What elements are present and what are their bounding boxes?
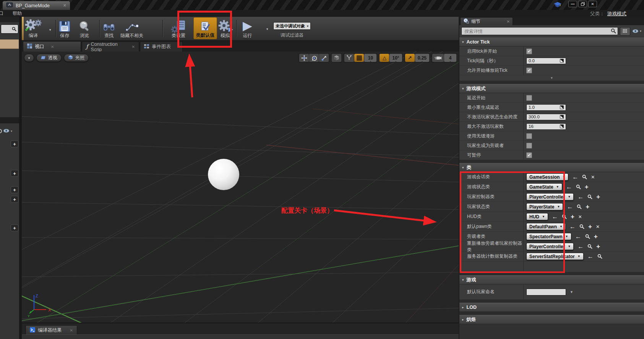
play-button[interactable]: ▶ 运行 — [243, 19, 252, 39]
tab-close-icon[interactable]: ✕ — [132, 45, 135, 49]
rotation-snap-value[interactable]: 10°▾ — [389, 54, 402, 62]
tab-construction-script[interactable]: ƒ Construction Scrip ✕ — [82, 42, 139, 52]
camera-speed-value[interactable]: 4▾ — [444, 54, 456, 62]
tab-close-icon[interactable]: ✕ — [507, 19, 510, 24]
eye-filter-icon[interactable] — [3, 128, 10, 134]
clear-icon[interactable]: ✕ — [591, 175, 595, 179]
parent-class-link[interactable]: 游戏模式 — [607, 11, 626, 16]
advanced-expander[interactable]: ▼ — [459, 75, 644, 81]
clear-icon[interactable]: ✕ — [596, 224, 600, 229]
tutorial-cap-icon[interactable] — [554, 2, 561, 9]
clear-icon[interactable]: ✕ — [578, 215, 582, 219]
selected-list-item[interactable] — [0, 39, 19, 49]
class-settings-button[interactable]: 类设置 — [172, 19, 185, 39]
number-field[interactable]: 1.0 — [526, 104, 566, 111]
number-field[interactable]: 0.0 — [526, 58, 566, 64]
magnifier-icon[interactable] — [587, 244, 592, 249]
tab-viewport[interactable]: 视口 ✕ — [23, 41, 81, 52]
left-panel-search-input[interactable] — [1, 24, 18, 34]
arrow-left-icon[interactable]: ← — [577, 244, 584, 250]
class-dropdown[interactable]: HUD▼ — [526, 213, 548, 220]
rotation-snap-toggle-icon[interactable]: △ — [380, 54, 389, 62]
magnifier-icon[interactable] — [582, 174, 587, 179]
class-dropdown[interactable]: PlayerController▼ — [526, 243, 574, 250]
caret-down-icon[interactable]: ▾ — [11, 129, 12, 133]
browse-button[interactable]: 浏览 — [79, 19, 90, 39]
details-section-header-1[interactable]: ▾游戏模式 — [459, 84, 644, 93]
class-dropdown[interactable]: PlayerController▼ — [526, 193, 574, 200]
perspective-button[interactable]: 透视 — [36, 54, 62, 62]
compile-button[interactable]: ✔ 编译 — [25, 19, 42, 39]
tab-close-icon[interactable]: ✕ — [70, 328, 73, 333]
reset-to-default-icon[interactable] — [560, 105, 564, 109]
add-item-button[interactable]: + — [11, 224, 18, 231]
save-button[interactable]: 保存 — [59, 19, 70, 39]
grid-snap-value[interactable]: 10▾ — [364, 54, 376, 62]
left-panel-splitter[interactable] — [0, 117, 19, 123]
maximize-button[interactable] — [578, 1, 587, 7]
details-search-input[interactable] — [461, 27, 618, 35]
caret-down-icon[interactable]: ▼ — [570, 290, 573, 294]
lit-mode-button[interactable]: 光照 — [64, 54, 89, 62]
panel-splitter[interactable] — [19, 17, 22, 339]
class-dropdown[interactable]: ServerStatReplicator▼ — [526, 253, 584, 260]
view-options-button[interactable]: ▾ — [632, 29, 642, 33]
menu-help[interactable]: 帮助 — [13, 10, 22, 17]
tab-event-graph[interactable]: 事件图表 — [140, 42, 183, 52]
coordinate-space-cube-icon[interactable] — [332, 54, 341, 62]
plus-icon[interactable]: + — [596, 194, 600, 200]
add-item-button[interactable]: + — [11, 170, 18, 177]
arrow-left-icon[interactable]: ← — [572, 174, 578, 180]
tab-close-icon[interactable]: ✕ — [51, 45, 54, 49]
compile-options-caret-icon[interactable]: ▾ — [49, 28, 51, 32]
number-field[interactable]: 300.0 — [526, 114, 566, 120]
plus-icon[interactable]: + — [571, 213, 574, 220]
property-matrix-icon[interactable] — [620, 27, 630, 36]
arrow-left-icon[interactable]: ← — [575, 234, 581, 240]
details-section-header-4[interactable]: ▸LOD — [459, 303, 644, 312]
3d-viewport[interactable]: ▾ 透视 光照 10▾ △ 10°▾ ↗ 0.25▾ — [22, 52, 459, 323]
scale-snap-value[interactable]: 0.25▾ — [415, 54, 429, 62]
magnifier-icon[interactable] — [577, 204, 582, 209]
camera-speed-icon[interactable] — [432, 54, 444, 62]
class-dropdown[interactable]: SpectatorPawn▼ — [526, 233, 571, 240]
document-tab-bp-gamemode[interactable]: BP_GameMode ✕ — [2, 1, 70, 10]
arrow-left-icon[interactable]: ← — [566, 184, 572, 190]
add-item-button[interactable]: + — [11, 196, 18, 203]
class-dropdown[interactable]: DefaultPawn▼ — [526, 223, 566, 230]
checkbox-checked[interactable]: ✔ — [526, 48, 532, 54]
class-dropdown[interactable]: GameState▼ — [526, 183, 562, 190]
scale-tool-icon[interactable] — [319, 54, 329, 62]
magnifier-icon[interactable] — [585, 234, 590, 239]
simulate-button[interactable]: ▶ 模拟 — [218, 19, 232, 39]
details-section-header-2[interactable]: ▾类 — [459, 163, 644, 172]
details-section-header-5[interactable]: ▸烘焙 — [459, 315, 644, 324]
checkbox-checked[interactable]: ✔ — [526, 68, 532, 73]
plus-icon[interactable]: + — [585, 184, 589, 190]
find-button[interactable]: 查找 — [103, 19, 115, 39]
minimize-button[interactable]: — — [568, 1, 577, 7]
arrow-left-icon[interactable]: ← — [552, 214, 558, 220]
checkbox-checked[interactable]: ✔ — [526, 152, 532, 158]
checkbox-unchecked[interactable] — [526, 95, 532, 101]
reset-to-default-icon[interactable] — [560, 115, 564, 119]
arrow-left-icon[interactable]: ← — [587, 253, 594, 260]
tab-details[interactable]: i 细节 ✕ — [460, 17, 513, 25]
move-tool-icon[interactable] — [299, 54, 309, 62]
reset-to-default-icon[interactable] — [560, 59, 564, 63]
checkbox-unchecked[interactable] — [526, 133, 532, 139]
magnifier-icon[interactable] — [579, 224, 584, 229]
tab-compiler-results[interactable]: 编译器结果 ✕ — [26, 325, 77, 335]
debug-object-dropdown[interactable]: 未选中调试对象 ▾ — [273, 22, 311, 30]
add-item-button[interactable]: + — [11, 186, 18, 193]
add-item-button[interactable]: + — [11, 140, 18, 147]
reset-to-default-icon[interactable] — [560, 124, 564, 128]
arrow-left-icon[interactable]: ← — [567, 204, 573, 210]
arrow-left-icon[interactable]: ← — [577, 194, 584, 200]
class-dropdown[interactable]: PlayerState▼ — [526, 203, 563, 210]
details-section-header-0[interactable]: ▾Actor Tick — [459, 37, 644, 47]
hide-unrelated-button[interactable]: 隐藏不相关 — [120, 19, 143, 39]
viewport-options-caret[interactable]: ▾ — [24, 54, 34, 62]
surface-snapping-icon[interactable] — [344, 54, 354, 62]
plus-icon[interactable]: + — [586, 203, 589, 210]
